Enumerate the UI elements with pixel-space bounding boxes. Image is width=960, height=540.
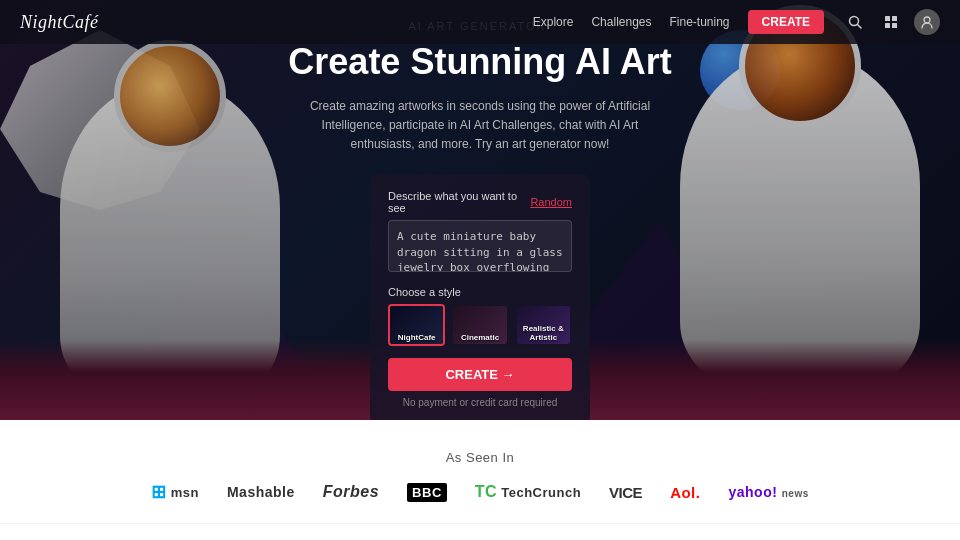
as-seen-label: As Seen In <box>446 450 515 465</box>
grid-icon[interactable] <box>878 9 904 35</box>
msn-icon: ⊞ <box>151 481 167 503</box>
hero-content: AI ART GENERATOR: Create Stunning AI Art… <box>0 0 960 420</box>
msn-logo: ⊞ msn <box>151 481 199 503</box>
hero-title: Create Stunning AI Art <box>288 40 671 83</box>
style-option-realistic[interactable]: Realistic & Artistic <box>515 304 572 346</box>
svg-point-6 <box>924 17 930 23</box>
svg-rect-5 <box>892 23 897 28</box>
hero-section: AI ART GENERATOR: Create Stunning AI Art… <box>0 0 960 420</box>
style-option-nightcafe[interactable]: NightCafe <box>388 304 445 346</box>
mashable-logo: Mashable <box>227 484 295 500</box>
nav-link-explore[interactable]: Explore <box>533 15 574 29</box>
creation-card: Describe what you want to see Random A c… <box>370 174 590 420</box>
no-payment-note: No payment or credit card required <box>388 397 572 408</box>
nav-link-challenges[interactable]: Challenges <box>591 15 651 29</box>
as-seen-in-section: As Seen In ⊞ msn Mashable Forbes BBC TC … <box>0 420 960 523</box>
user-avatar[interactable] <box>914 9 940 35</box>
forbes-logo: Forbes <box>323 483 379 501</box>
random-button[interactable]: Random <box>530 196 572 208</box>
create-button[interactable]: CREATE → <box>388 358 572 391</box>
nav-links: Explore Challenges Fine-tuning CREATE <box>533 9 940 35</box>
navbar: NightCafé Explore Challenges Fine-tuning… <box>0 0 960 44</box>
bbc-logo: BBC <box>407 483 447 502</box>
nav-icons <box>842 9 940 35</box>
svg-line-1 <box>858 25 862 29</box>
svg-rect-2 <box>885 16 890 21</box>
yahoo-logo: yahoo! news <box>728 484 808 500</box>
hero-subtitle: Create amazing artworks in seconds using… <box>300 97 660 155</box>
community-section: AI Art Generator Community Join millions… <box>0 523 960 540</box>
vice-logo: VICE <box>609 484 642 501</box>
nav-link-finetuning[interactable]: Fine-tuning <box>670 15 730 29</box>
logos-row: ⊞ msn Mashable Forbes BBC TC TechCrunch … <box>151 481 809 503</box>
svg-rect-3 <box>892 16 897 21</box>
search-icon[interactable] <box>842 9 868 35</box>
aol-logo: Aol. <box>670 484 700 501</box>
svg-rect-4 <box>885 23 890 28</box>
style-label: Choose a style <box>388 286 572 298</box>
describe-label: Describe what you want to see <box>388 190 530 214</box>
style-option-cinematic[interactable]: Cinematic <box>451 304 508 346</box>
style-options: NightCafe Cinematic Realistic & Artistic <box>388 304 572 346</box>
describe-input[interactable]: A cute miniature baby dragon sitting in … <box>388 220 572 272</box>
nav-create-button[interactable]: CREATE <box>748 10 824 34</box>
techcrunch-logo: TC TechCrunch <box>475 483 581 501</box>
site-logo[interactable]: NightCafé <box>20 12 99 33</box>
describe-label-row: Describe what you want to see Random <box>388 190 572 214</box>
